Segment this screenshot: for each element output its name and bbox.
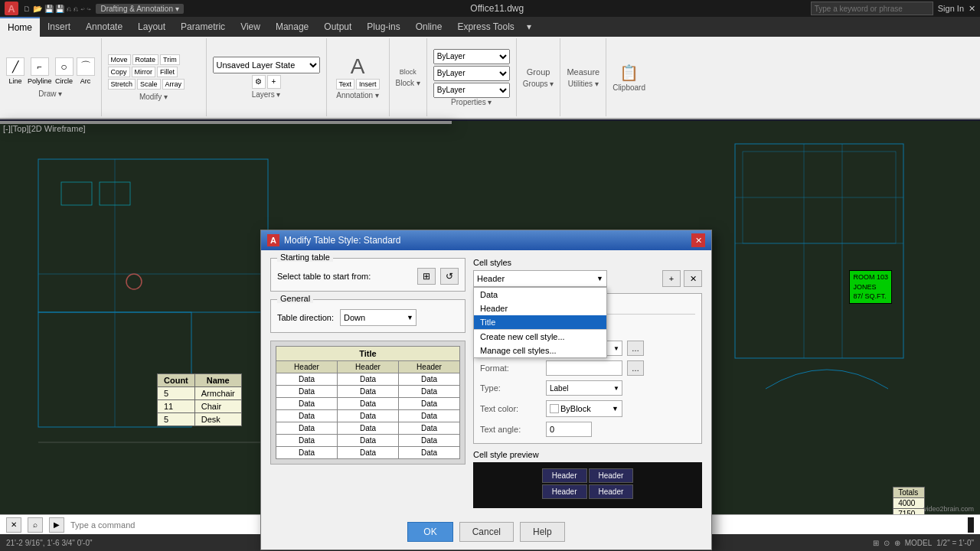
text-angle-input[interactable] [546,422,592,437]
credit: video2brain.com [923,505,974,513]
ribbon-group-modify: Move Rotate Trim Copy Mirror Fillet Stre… [102,38,207,116]
cancel-button[interactable]: Cancel [459,522,514,542]
tab-manage[interactable]: Manage [268,17,316,37]
cmd-search-btn[interactable]: ⌕ [28,517,43,533]
status-icon-3[interactable]: ⊕ [894,539,900,547]
preview-header-1: Header [276,361,338,373]
new-cell-style-btn[interactable]: + [662,270,681,287]
preview-cell-header-2: Header [589,468,634,483]
status-icon-2[interactable]: ⊙ [884,539,890,547]
svg-point-8 [126,274,142,289]
text-angle-row: Text angle: [480,422,695,437]
cell-style-preview-area: Header Header Header Header [473,462,702,508]
table-row: 5 Desk [158,413,242,426]
sign-in-button[interactable]: Sign In [938,4,964,13]
ribbon-group-clipboard: 📋 Clipboard [606,38,652,116]
cell-styles-dropdown-trigger[interactable]: Header ▼ [473,270,607,287]
tab-home[interactable]: Home [0,17,40,37]
tab-extra[interactable]: ▾ [522,17,536,37]
svg-rect-4 [735,144,903,358]
layer-state-select[interactable]: Unsaved Layer State [213,57,320,73]
dialog-left-panel: Starting table Select table to start fro… [270,258,466,508]
tool-move[interactable]: Move [108,54,131,65]
preview-title-row: Title [276,347,460,361]
layer-btn-2[interactable]: + [267,75,281,89]
tab-plugins[interactable]: Plug-ins [359,17,407,37]
help-button[interactable]: Help [520,522,565,542]
table-direction-label: Table direction: [277,313,334,322]
tool-polyline[interactable]: ⌐ Polyline [28,57,52,85]
delete-cell-style-btn[interactable]: ✕ [684,270,702,287]
tool-line[interactable]: ╱ Line [6,57,24,85]
close-button[interactable]: ✕ [969,4,975,14]
tab-layout[interactable]: Layout [130,17,173,37]
bylayer-select-1[interactable]: ByLayer [433,49,510,64]
cmd-arrow-btn[interactable]: ▶ [49,517,64,533]
select-table-btn-1[interactable]: ⊞ [417,268,436,285]
preview-cell-header-4: Header [589,484,634,499]
format-btn[interactable]: … [627,360,644,376]
tool-stretch[interactable]: Stretch [108,79,136,90]
status-model-badge[interactable]: MODEL [905,539,933,547]
text-color-label: Text color: [480,404,541,413]
alignment-extra-btn[interactable]: … [627,341,644,356]
tab-online[interactable]: Online [408,17,450,37]
cell-styles-dropdown-menu: Data Header Title Create new cell style.… [473,287,607,358]
annotation-text[interactable]: Text [336,79,355,90]
search-input[interactable] [811,2,933,15]
general-section: General Table direction: Down Up ▼ [270,299,466,333]
tab-annotate[interactable]: Annotate [78,17,130,37]
ok-button[interactable]: OK [407,522,452,542]
tool-trim[interactable]: Trim [160,54,180,65]
cell-styles-dropdown-wrapper: Header ▼ Data Header Title Create new ce… [473,270,659,287]
col-name: Name [194,374,241,387]
preview-row-1: Header Header [542,468,634,483]
tab-output[interactable]: Output [316,17,359,37]
cell-styles-arrow-icon: ▼ [596,275,603,282]
command-scrollbar[interactable] [968,517,974,533]
cell-style-option-header[interactable]: Header [474,302,606,315]
ribbon-group-annotation: A Text Insert Annotation ▾ [327,38,390,116]
tab-view[interactable]: View [233,17,268,37]
workspace-selector[interactable]: Drafting & Annotation ▾ [96,4,183,14]
type-row: Type: Label ▼ [480,380,695,396]
tool-copy[interactable]: Copy [108,67,130,77]
svg-rect-6 [61,182,92,205]
preview-cell-header-1: Header [542,468,587,483]
annotation-insert[interactable]: Insert [356,79,380,90]
table-preview-area: Title Header Header Header DataDataData … [270,341,466,465]
starting-table-section: Starting table Select table to start fro… [270,258,466,292]
format-input[interactable] [546,360,622,376]
tool-fillet[interactable]: Fillet [157,67,178,77]
cell-style-option-title[interactable]: Title [474,315,606,329]
cell-style-option-data[interactable]: Data [474,288,606,302]
dialog-close-button[interactable]: ✕ [691,233,705,247]
tool-mirror[interactable]: Mirror [132,67,156,77]
tool-rotate[interactable]: Rotate [132,54,159,65]
text-color-value: ByBlock [560,404,591,413]
text-color-select[interactable]: ByBlock ▼ [546,400,622,417]
tool-scale[interactable]: Scale [137,79,161,90]
select-table-btn-2[interactable]: ↺ [440,268,459,285]
bylayer-select-3[interactable]: ByLayer [433,83,510,98]
type-select[interactable]: Label [546,380,622,396]
tool-arc[interactable]: ⌒ Arc [77,57,95,85]
table-direction-select-wrapper: Down Up ▼ [340,309,416,326]
tool-array[interactable]: Array [162,79,185,90]
table-direction-row: Table direction: Down Up ▼ [277,309,459,326]
status-icon-1[interactable]: ⊞ [873,539,879,547]
tab-insert[interactable]: Insert [40,17,78,37]
text-angle-label: Text angle: [480,425,541,434]
layer-btn-1[interactable]: ⚙ [252,75,266,89]
bylayer-select-2[interactable]: ByLayer [433,66,510,81]
tab-parametric[interactable]: Parametric [173,17,233,37]
create-new-cell-style[interactable]: Create new cell style... [474,330,606,344]
tab-express-tools[interactable]: Express Tools [449,17,521,37]
tool-circle[interactable]: ○ Circle [55,57,74,85]
cmd-close-btn[interactable]: ✕ [6,517,21,533]
dialog-right-panel: Cell styles Header ▼ Data Header [473,258,702,508]
select-table-row: Select table to start from: ⊞ ↺ [277,268,459,285]
ribbon-group-properties: ByLayer ByLayer ByLayer Properties ▾ [427,38,517,116]
table-direction-select[interactable]: Down Up [340,309,416,326]
manage-cell-styles[interactable]: Manage cell styles... [474,344,606,357]
